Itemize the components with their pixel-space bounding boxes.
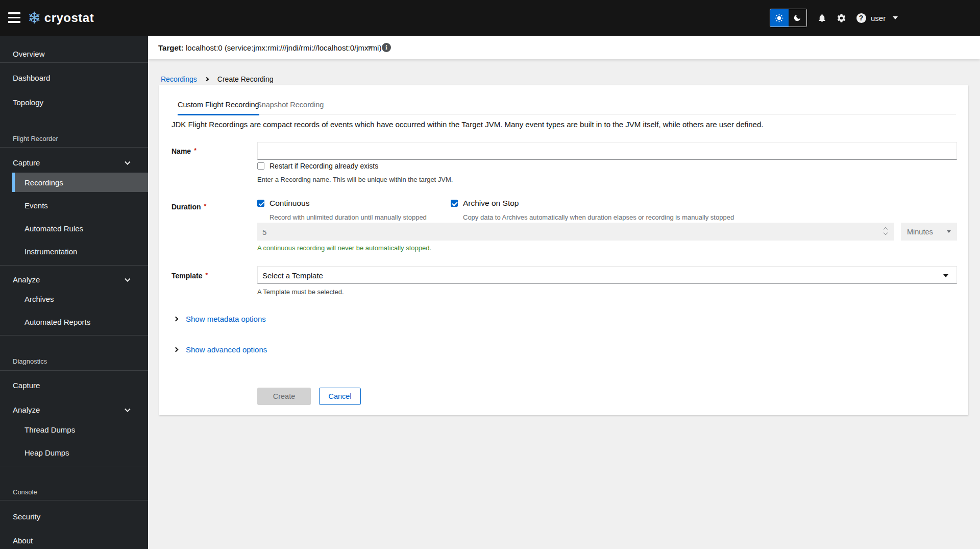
sun-icon <box>775 14 783 22</box>
sidebar-item-automated-rules[interactable]: Automated Rules <box>24 224 83 233</box>
sidebar-item-automated-reports[interactable]: Automated Reports <box>24 318 90 326</box>
divider <box>0 147 148 148</box>
chevron-down-icon <box>125 159 130 165</box>
moon-icon <box>793 14 801 22</box>
sidebar-item-capture-2[interactable]: Capture <box>13 381 40 390</box>
sidebar-item-instrumentation[interactable]: Instrumentation <box>24 247 77 256</box>
bell-icon <box>817 13 827 23</box>
create-recording-card: Custom Flight Recording Snapshot Recordi… <box>159 85 968 415</box>
archive-on-stop-description: Copy data to Archives automatically when… <box>463 213 734 221</box>
show-metadata-options-label: Show metadata options <box>186 315 266 323</box>
show-metadata-options-toggle[interactable]: Show metadata options <box>174 315 266 323</box>
sidebar-item-security[interactable]: Security <box>13 512 40 521</box>
divider <box>0 500 148 500</box>
show-advanced-options-label: Show advanced options <box>186 345 267 354</box>
caret-down-icon <box>943 274 948 277</box>
gear-icon <box>837 13 846 23</box>
sidebar-item-about[interactable]: About <box>13 536 33 545</box>
name-label: Name* <box>172 147 197 155</box>
sidebar-item-recordings-label: Recordings <box>24 178 63 187</box>
username: user <box>871 14 886 22</box>
target-label: Target: <box>158 43 184 52</box>
snowflake-icon: ❄ <box>28 10 41 26</box>
restart-checkbox-label[interactable]: Restart if Recording already exists <box>270 162 378 170</box>
template-helper-text: A Template must be selected. <box>257 288 344 296</box>
help-button[interactable]: ? <box>856 13 866 23</box>
sidebar-nav: Overview Dashboard Topology Flight Recor… <box>0 36 148 549</box>
duration-value: 5 <box>262 227 266 236</box>
sidebar-item-capture[interactable]: Capture <box>13 158 40 167</box>
sidebar-section-flight-recorder: Flight Recorder <box>13 135 58 142</box>
duration-unit-value: Minutes <box>907 228 933 236</box>
chevron-right-icon <box>174 347 179 352</box>
sidebar-item-events[interactable]: Events <box>24 201 48 210</box>
brand-logo[interactable]: ❄ cryostat <box>28 0 94 36</box>
restart-checkbox[interactable] <box>257 162 264 170</box>
continuous-checkbox-label[interactable]: Continuous <box>270 199 309 208</box>
template-select-value: Select a Template <box>262 271 323 279</box>
divider <box>0 466 148 466</box>
number-stepper[interactable] <box>884 226 889 237</box>
archive-on-stop-checkbox-label[interactable]: Archive on Stop <box>463 199 519 208</box>
sidebar-section-diagnostics: Diagnostics <box>13 357 47 365</box>
divider <box>0 370 148 371</box>
tabs-divider <box>178 114 956 114</box>
nav-toggle-button[interactable] <box>8 12 20 23</box>
continuous-description: Record with unlimited duration until man… <box>270 213 427 221</box>
duration-value-input[interactable]: 5 <box>257 223 894 241</box>
user-menu-dropdown[interactable]: user <box>871 0 898 36</box>
divider <box>0 62 148 63</box>
question-circle-icon: ? <box>856 13 866 23</box>
caret-down-icon <box>893 16 898 19</box>
chevron-down-icon <box>125 407 130 412</box>
tab-snapshot-recording[interactable]: Snapshot Recording <box>257 101 324 109</box>
settings-button[interactable] <box>836 13 846 23</box>
sidebar-item-thread-dumps[interactable]: Thread Dumps <box>24 425 75 434</box>
sidebar-item-dashboard[interactable]: Dashboard <box>13 74 50 82</box>
divider <box>0 335 148 336</box>
sidebar-item-archives[interactable]: Archives <box>24 295 54 303</box>
sidebar-item-overview[interactable]: Overview <box>13 50 45 58</box>
chevron-right-icon <box>205 77 209 81</box>
chevron-down-icon <box>125 276 130 282</box>
template-select[interactable]: Select a Template <box>257 266 957 284</box>
caret-down-icon <box>947 230 951 233</box>
brand-name: cryostat <box>44 11 94 25</box>
archive-on-stop-checkbox[interactable] <box>451 200 458 207</box>
breadcrumb-recordings-link[interactable]: Recordings <box>161 75 197 83</box>
caret-down-icon[interactable] <box>368 46 373 49</box>
cryostat-app: ❄ cryostat ? <box>0 0 980 549</box>
chevron-down-icon <box>884 231 888 235</box>
info-icon[interactable]: i <box>382 43 391 52</box>
duration-unit-select[interactable]: Minutes <box>901 223 957 241</box>
sidebar-item-analyze-2[interactable]: Analyze <box>13 405 40 414</box>
main-content: Target: localhost:0 (service:jmx:rmi:///… <box>148 36 980 549</box>
cancel-button[interactable]: Cancel <box>319 388 361 405</box>
dark-theme-button[interactable] <box>789 9 807 27</box>
sidebar-item-recordings[interactable]: Recordings <box>12 173 148 192</box>
target-bar: Target: localhost:0 (service:jmx:rmi:///… <box>148 36 980 59</box>
tab-custom-flight-recording[interactable]: Custom Flight Recording <box>178 101 259 109</box>
sidebar-section-console: Console <box>13 488 37 496</box>
masthead: ❄ cryostat ? <box>0 0 980 36</box>
continuous-checkbox[interactable] <box>257 200 264 207</box>
form-description: JDK Flight Recordings are compact record… <box>172 120 763 129</box>
sidebar-item-heap-dumps[interactable]: Heap Dumps <box>24 448 69 457</box>
name-helper-text: Enter a Recording name. This will be uni… <box>257 176 453 183</box>
chevron-right-icon <box>174 317 179 322</box>
required-asterisk: * <box>194 147 197 154</box>
sidebar-item-topology[interactable]: Topology <box>13 98 43 107</box>
recording-name-input[interactable] <box>257 142 957 160</box>
notifications-button[interactable] <box>817 13 827 23</box>
breadcrumb: Recordings Create Recording <box>161 75 274 84</box>
required-asterisk: * <box>204 203 207 210</box>
sidebar-item-analyze[interactable]: Analyze <box>13 275 40 284</box>
duration-helper-text: A continuous recording will never be aut… <box>257 244 431 252</box>
show-advanced-options-toggle[interactable]: Show advanced options <box>174 345 267 354</box>
breadcrumb-current: Create Recording <box>217 75 274 83</box>
required-asterisk: * <box>205 272 208 279</box>
target-select[interactable]: localhost:0 (service:jmx:rmi:///jndi/rmi… <box>186 43 381 52</box>
light-theme-button[interactable] <box>770 9 789 27</box>
divider <box>0 265 148 266</box>
create-button[interactable]: Create <box>257 388 311 405</box>
